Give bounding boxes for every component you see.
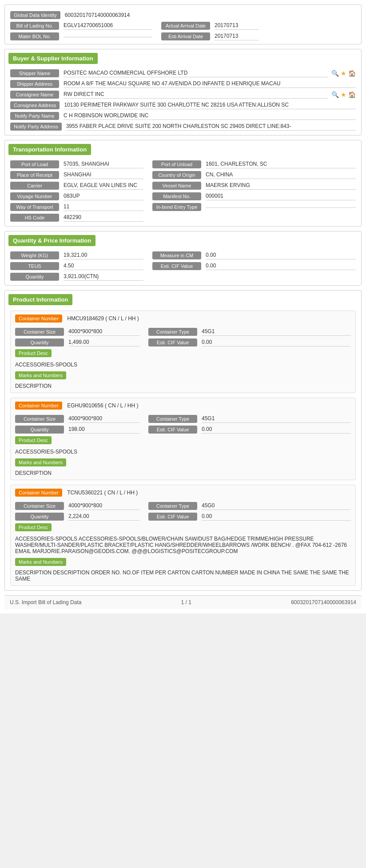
port-of-load-value: 57035, SHANGHAI (64, 161, 143, 168)
container-type-label-2: Container Type (148, 415, 197, 423)
notify-party-name-label: Notify Party Name (10, 112, 59, 120)
measure-cm-value: 0.00 (206, 252, 356, 259)
product-esti-cif-label-1: Esti. CIF Value (148, 338, 197, 346)
carrier-label: Carrier (10, 182, 59, 190)
container-number-label-3: Container Number (15, 489, 62, 497)
container-size-row-2: Container Size 4000*900*800 Container Ty… (15, 415, 351, 423)
footer-left: U.S. Import Bill of Lading Data (10, 599, 81, 605)
notify-party-name-row: Notify Party Name C H ROBINSON WORLDWIDE… (10, 112, 356, 120)
marks-value-1: DESCRIPTION (15, 383, 351, 389)
footer-center: 1 / 1 (181, 599, 191, 605)
quantity-row: Quantity 3,921.00(CTN) (10, 273, 356, 281)
product-desc-label-3: Product Desc (15, 523, 52, 531)
container-block-2: Container Number EGHU9010656 ( CN / L / … (10, 398, 356, 480)
vessel-name-value: MAERSK ERVING (206, 182, 356, 190)
product-quantity-value-3: 2,224.00 (68, 513, 139, 521)
in-bond-value (206, 207, 356, 208)
in-bond-label: In-bond Entry Type (152, 203, 201, 211)
shipper-icons: 🔍 ★ 🏠 (331, 70, 356, 77)
measure-cm-label: Measure in CM (152, 251, 201, 259)
container-number-label-1: Container Number (15, 315, 62, 323)
port-load-row: Port of Load 57035, SHANGHAI Port of Unl… (10, 160, 356, 168)
transportation-body: Port of Load 57035, SHANGHAI Port of Unl… (5, 158, 361, 226)
product-quantity-label-2: Quantity (15, 426, 64, 434)
voyage-number-label: Voyage Number (10, 192, 59, 200)
buyer-supplier-title: Buyer & Supplier Information (8, 53, 98, 64)
country-of-origin-label: Country of Origin (152, 171, 201, 179)
consignee-star-icon[interactable]: ★ (341, 91, 346, 98)
bol-value: EGLV142700651006 (64, 22, 152, 30)
container-number-value-1: HMCU9184629 ( CN / L / HH ) (67, 315, 139, 322)
shipper-name-value: POSITEC MACAO COMMERCIAL OFFSHORE LTD (64, 70, 328, 77)
teus-label: TEUS (10, 262, 59, 270)
global-identity-row: Global Data Identity 6003201707140000063… (10, 8, 356, 22)
container-size-value-2: 4000*900*800 (68, 415, 139, 423)
product-esti-cif-value-1: 0.00 (202, 339, 351, 346)
esti-arrival-label: Esti Arrival Date (161, 32, 210, 40)
hs-code-value: 482290 (64, 214, 143, 222)
bol-label: Bill of Lading No. (10, 22, 59, 30)
product-quantity-value-1: 1,499.00 (68, 339, 139, 346)
product-info-section: Product Information Container Number HMC… (4, 290, 362, 591)
container-type-value-3: 45G0 (202, 502, 351, 510)
shipper-address-row: Shipper Address ROOM A 8/F THE MACAU SQU… (10, 80, 356, 88)
esti-cif-label: Esti. CIF Value (152, 262, 201, 270)
master-bol-label: Mater BOL No. (10, 32, 59, 40)
product-quantity-row-2: Quantity 198.00 Esti. CIF Value 0.00 (15, 426, 351, 434)
product-desc-value-1: ACCESSORIES-SPOOLS (15, 362, 351, 368)
product-desc-value-2: ACCESSORIES-SPOOLS (15, 449, 351, 455)
teus-row: TEUS 4.50 Esti. CIF Value 0.00 (10, 262, 356, 270)
vessel-name-label: Vessel Name (152, 182, 201, 190)
way-transport-row: Way of Transport 11 In-bond Entry Type (10, 203, 356, 211)
notify-party-address-value: 3955 FABER PLACE DRIVE SUITE 200 NORTH C… (66, 123, 356, 131)
product-esti-cif-value-2: 0.00 (202, 426, 351, 434)
consignee-search-icon[interactable]: 🔍 (331, 91, 339, 98)
home-icon[interactable]: 🏠 (348, 70, 356, 77)
way-of-transport-label: Way of Transport (10, 203, 59, 211)
shipper-address-value: ROOM A 8/F THE MACAU SQUARE NO 47 AVENID… (64, 80, 356, 88)
notify-party-address-label: Notify Party Address (10, 123, 62, 131)
manifest-no-label: Manifest No. (152, 192, 201, 200)
quantity-price-title: Quantity & Price Information (8, 235, 95, 246)
container-type-value-2: 45G1 (202, 415, 351, 423)
star-icon[interactable]: ★ (341, 70, 346, 77)
quantity-value: 3,921.00(CTN) (64, 273, 143, 281)
teus-value: 4.50 (64, 263, 143, 270)
master-bol-value (64, 36, 152, 37)
carrier-row: Carrier EGLV, EAGLE VAN LINES INC Vessel… (10, 182, 356, 190)
global-identity-label: Global Data Identity (10, 11, 60, 19)
marks-value-3: DESCRIPTION DESCRIPTION ORDER NO. NO.OF … (15, 569, 351, 582)
container-size-value-3: 4000*900*800 (68, 502, 139, 510)
port-of-unload-label: Port of Unload (152, 160, 201, 168)
voyage-number-value: 083UP (64, 193, 143, 200)
product-quantity-value-2: 198.00 (68, 426, 139, 434)
container-type-label-1: Container Type (148, 328, 197, 336)
container-number-value-3: TCNU5360221 ( CN / L / HH ) (67, 490, 138, 496)
weight-value: 19,321.00 (64, 252, 143, 259)
carrier-value: EGLV, EAGLE VAN LINES INC (64, 182, 143, 190)
marks-label-3: Marks and Numbers (15, 558, 66, 566)
bol-row: Bill of Lading No. EGLV142700651006 Actu… (10, 22, 356, 30)
notify-party-address-row: Notify Party Address 3955 FABER PLACE DR… (10, 123, 356, 131)
shipper-name-row: Shipper Name POSITEC MACAO COMMERCIAL OF… (10, 69, 356, 77)
consignee-home-icon[interactable]: 🏠 (348, 91, 356, 98)
product-esti-cif-label-2: Esti. CIF Value (148, 426, 197, 434)
product-esti-cif-value-3: 0.00 (202, 513, 351, 521)
global-identity-value: 6003201707140000063914 (65, 12, 130, 18)
consignee-address-value: 10130 PERIMETER PARKWAY SUITE 300 CHARLO… (64, 102, 356, 109)
marks-label-1: Marks and Numbers (15, 371, 66, 379)
port-of-unload-value: 1601, CHARLESTON, SC (206, 161, 356, 168)
hs-code-row: HS Code 482290 (10, 214, 356, 222)
product-quantity-row-3: Quantity 2,224.00 Esti. CIF Value 0.00 (15, 513, 351, 521)
place-receipt-row: Place of Receipt SHANGHAI Country of Ori… (10, 171, 356, 179)
container-size-label-3: Container Size (15, 502, 64, 510)
search-icon[interactable]: 🔍 (331, 70, 339, 77)
weight-row: Weight (KG) 19,321.00 Measure in CM 0.00 (10, 251, 356, 259)
footer-right: 6003201707140000063914 (291, 599, 356, 605)
esti-arrival-value: 20170713 (215, 33, 259, 40)
container-size-label-2: Container Size (15, 415, 64, 423)
container-type-label-3: Container Type (148, 502, 197, 510)
product-info-body: Container Number HMCU9184629 ( CN / L / … (5, 308, 361, 590)
way-of-transport-value: 11 (64, 203, 143, 211)
quantity-price-section: Quantity & Price Information Weight (KG)… (4, 231, 362, 286)
